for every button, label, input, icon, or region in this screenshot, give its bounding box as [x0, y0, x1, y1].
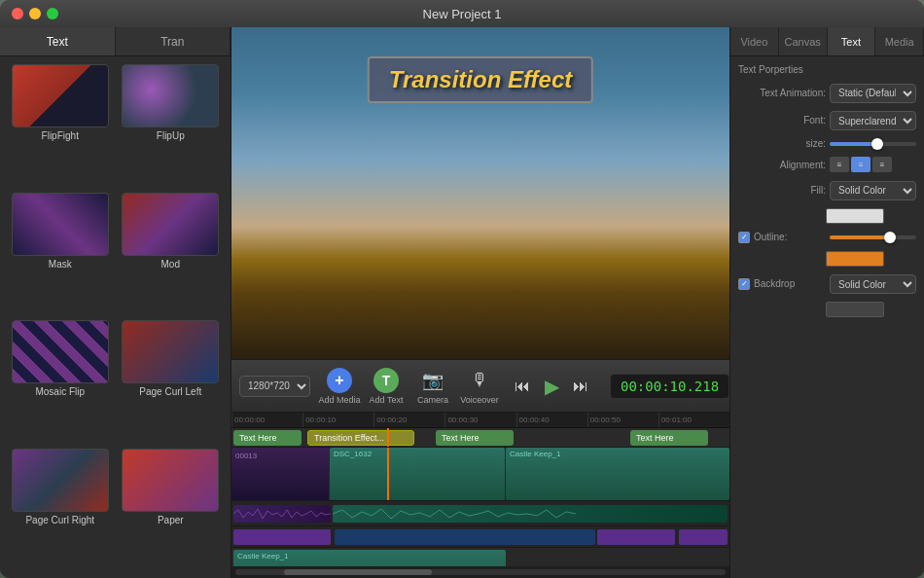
playhead — [387, 428, 389, 447]
effect-pagecurlright[interactable]: Page Curl Right — [8, 449, 113, 571]
close-button[interactable] — [12, 8, 23, 19]
scrollbar-thumb[interactable] — [284, 569, 431, 575]
align-left-button[interactable]: ≡ — [830, 157, 849, 172]
skip-forward-button[interactable]: ⏭ — [569, 375, 592, 398]
tab-canvas[interactable]: Canvas — [779, 27, 828, 55]
waveform-svg-1 — [233, 505, 331, 523]
microphone-icon: 🎙 — [467, 368, 492, 393]
outline-row: ✓ Outline: — [738, 232, 916, 243]
outline-slider-thumb[interactable] — [884, 232, 896, 243]
segment-label-castle: Castle Keep_1 — [510, 450, 560, 458]
skip-back-button[interactable]: ⏮ — [511, 375, 534, 398]
audio-track — [231, 501, 729, 526]
left-panel: Text Tran FlipFight FlipUp Mask — [0, 27, 231, 578]
effect-label-paper: Paper — [158, 515, 184, 525]
audio-segment-1 — [233, 505, 331, 523]
effect-label-mod: Mod — [161, 259, 180, 270]
section-title: Text Porperties — [738, 64, 916, 75]
size-label: size: — [738, 138, 826, 149]
effect-paper[interactable]: Paper — [119, 449, 224, 571]
music-segment-3[interactable] — [679, 529, 728, 545]
outline-color-swatch[interactable] — [826, 251, 884, 267]
size-control — [830, 142, 916, 146]
font-select[interactable]: Superclarendon-Re... — [830, 111, 916, 130]
tab-video[interactable]: Video — [730, 27, 779, 55]
outline-label: Outline: — [754, 232, 787, 242]
fill-color-swatch[interactable] — [826, 208, 884, 224]
font-row: Font: Superclarendon-Re... — [738, 111, 916, 131]
fill-select[interactable]: Solid Color — [830, 181, 916, 200]
size-slider-thumb[interactable] — [871, 138, 883, 150]
preview-area: Transition Effect — [231, 27, 729, 359]
resolution-select[interactable]: 1280*720 — [239, 376, 310, 397]
audio-segment-2 — [333, 505, 728, 523]
camera-button[interactable]: 📷 Camera — [411, 364, 454, 409]
video-segment-castle[interactable]: Castle Keep_1 — [506, 448, 729, 500]
text-track: Text Here Transition Effect... Text Here… — [231, 428, 729, 448]
tab-text-right[interactable]: Text — [828, 27, 876, 55]
effect-label-pagecurlright: Page Curl Right — [25, 515, 94, 525]
timeline-scrollbar[interactable] — [231, 566, 729, 578]
timeline-area: 00:00:00 00:00:10 00:00:20 00:00:30 00:0… — [231, 413, 729, 578]
backdrop-checkbox-container: ✓ Backdrop — [738, 278, 826, 290]
size-slider-track[interactable] — [830, 142, 916, 146]
tab-tran[interactable]: Tran — [116, 27, 231, 55]
segment-label-00013: 00013 — [233, 450, 259, 498]
text-clip-3[interactable]: Text Here — [630, 430, 708, 446]
traffic-lights — [12, 8, 58, 19]
effect-mosaic[interactable]: Mosaic Flip — [8, 320, 113, 443]
backdrop-color-swatch[interactable] — [826, 302, 884, 317]
text-animation-row: Text Animation: Static (Default) — [738, 83, 916, 103]
bottom-segment-castle[interactable]: Castle Keep_1 — [233, 550, 506, 566]
maximize-button[interactable] — [47, 8, 58, 19]
effect-pagecurlleft[interactable]: Page Curl Left — [119, 320, 224, 443]
solid-cob-row — [738, 302, 916, 317]
alignment-control: ≡ ≡ ≡ — [830, 157, 916, 172]
fill-control: Solid Color — [830, 180, 916, 200]
add-media-button[interactable]: + Add Media — [318, 364, 361, 409]
fill-row: Fill: Solid Color — [738, 180, 916, 200]
play-button[interactable]: ▶ — [538, 373, 565, 400]
camera-icon: 📷 — [420, 368, 445, 393]
tab-text[interactable]: Text — [0, 27, 116, 55]
timeline-tracks: Text Here Transition Effect... Text Here… — [231, 428, 729, 566]
text-animation-select[interactable]: Static (Default) — [830, 84, 916, 103]
text-clip-2[interactable]: Text Here — [436, 430, 514, 446]
backdrop-checkbox[interactable]: ✓ — [738, 278, 750, 290]
voiceover-button[interactable]: 🎙 Voiceover — [458, 364, 501, 409]
outline-slider-fill — [830, 235, 890, 239]
backdrop-select[interactable]: Solid Color — [830, 274, 916, 294]
text-clip-1[interactable]: Text Here — [233, 430, 302, 446]
effect-flipup[interactable]: FlipUp — [119, 64, 224, 187]
alignment-label: Alignment: — [738, 160, 826, 170]
music-segment-1[interactable] — [233, 529, 331, 545]
backdrop-control: Solid Color — [830, 274, 916, 295]
tab-media[interactable]: Media — [875, 27, 924, 55]
video-track-bottom: Castle Keep_1 — [231, 548, 729, 566]
outline-slider-container — [830, 235, 916, 239]
align-center-button[interactable]: ≡ — [851, 157, 871, 172]
backdrop-row: ✓ Backdrop Solid Color — [738, 274, 916, 295]
effect-flipfight[interactable]: FlipFight — [8, 64, 113, 187]
video-segment-film[interactable]: 00013 — [231, 448, 329, 500]
right-panel: Video Canvas Text Media Text Porperties … — [729, 27, 924, 578]
text-clip-transition[interactable]: Transition Effect... — [307, 430, 414, 446]
effect-mod[interactable]: Mod — [119, 193, 224, 315]
text-animation-control: Static (Default) — [830, 83, 916, 103]
size-slider-fill — [830, 142, 877, 146]
outline-checkbox[interactable]: ✓ — [738, 232, 750, 243]
ruler-mark-1: 00:00:10 — [302, 413, 373, 427]
main-window: New Project 1 Text Tran FlipFight Fli — [0, 0, 924, 578]
effect-thumb-mask — [12, 193, 109, 256]
camera-label: Camera — [417, 395, 448, 405]
minimize-button[interactable] — [29, 8, 41, 19]
effect-thumb-flipfight — [12, 64, 109, 127]
alignment-row: Alignment: ≡ ≡ ≡ — [738, 157, 916, 172]
music-segment-2[interactable] — [597, 529, 675, 545]
effect-mask[interactable]: Mask — [8, 193, 113, 315]
add-text-button[interactable]: T Add Text — [365, 364, 408, 409]
align-right-button[interactable]: ≡ — [872, 157, 892, 172]
video-segment-dsc[interactable]: DSC_1632 — [330, 448, 505, 500]
ruler-mark-6: 00:01:00 — [658, 413, 729, 427]
outline-slider-track[interactable] — [830, 235, 916, 239]
